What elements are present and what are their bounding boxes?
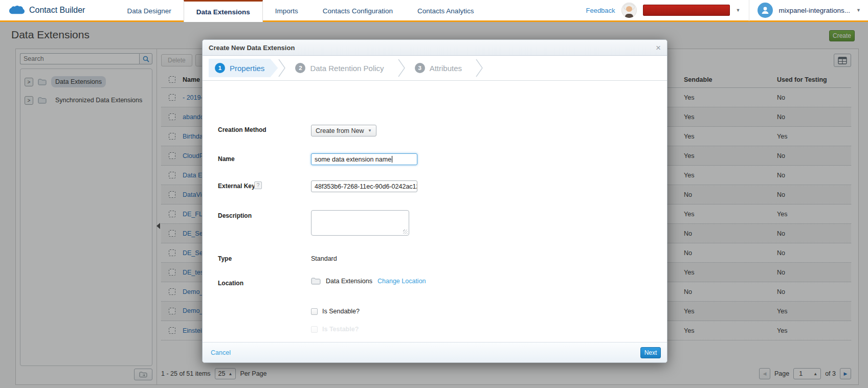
step-label: Attributes xyxy=(430,64,462,73)
step-label: Properties xyxy=(230,64,264,73)
external-key-input[interactable]: 48f353b6-7268-11ec-90d6-0242ac1200 xyxy=(311,180,417,192)
type-value: Standard xyxy=(311,255,337,262)
nav-tabs: Data Designer Data Extensions Imports Co… xyxy=(115,0,486,20)
chevron-down-icon[interactable]: ▼ xyxy=(736,8,741,13)
tab-data-designer[interactable]: Data Designer xyxy=(115,0,183,20)
creation-method-dropdown[interactable]: Create from New ▼ xyxy=(311,125,376,136)
location-value: Data Extensions xyxy=(326,278,372,285)
is-sendable-checkbox[interactable] xyxy=(311,308,318,315)
name-input[interactable]: some data extension name xyxy=(311,153,417,165)
description-label: Description xyxy=(218,212,252,219)
close-icon[interactable]: × xyxy=(656,43,661,52)
step-attributes[interactable]: 3 Attributes xyxy=(409,59,475,77)
is-sendable-label: Is Sendable? xyxy=(322,308,360,315)
step-number-badge: 1 xyxy=(215,63,225,73)
cancel-link[interactable]: Cancel xyxy=(211,349,231,356)
account-name: mixpanel-integrations... xyxy=(779,7,851,14)
description-textarea[interactable] xyxy=(311,210,409,236)
user-avatar-icon xyxy=(758,3,773,18)
text-cursor xyxy=(392,156,392,163)
step-chevron-icon xyxy=(278,59,286,77)
step-chevron-icon xyxy=(397,59,406,77)
nav-divider xyxy=(749,0,749,21)
type-label: Type xyxy=(218,255,232,262)
step-number-badge: 3 xyxy=(415,63,425,73)
location-label: Location xyxy=(218,280,243,287)
salesforce-cloud-icon xyxy=(8,5,25,16)
creation-method-label: Creation Method xyxy=(218,126,266,133)
wizard-steps: 1 Properties 2 Data Retention Policy 3 A… xyxy=(203,56,667,81)
dropdown-caret-icon: ▼ xyxy=(368,128,372,133)
einstein-avatar-icon xyxy=(621,3,637,18)
resize-grip-icon[interactable] xyxy=(403,230,408,234)
create-data-extension-modal: Create New Data Extension × 1 Properties… xyxy=(202,39,667,363)
step-properties[interactable]: 1 Properties xyxy=(209,59,278,77)
app-title: Contact Builder xyxy=(29,6,85,15)
tab-imports[interactable]: Imports xyxy=(263,0,310,20)
name-label: Name xyxy=(218,155,235,163)
step-number-badge: 2 xyxy=(295,63,305,73)
redacted-banner xyxy=(643,5,730,16)
step-label: Data Retention Policy xyxy=(310,64,384,73)
change-location-link[interactable]: Change Location xyxy=(377,278,426,285)
feedback-link[interactable]: Feedback xyxy=(586,7,615,14)
external-key-value: 48f353b6-7268-11ec-90d6-0242ac1200 xyxy=(315,183,417,190)
creation-method-value: Create from New xyxy=(316,127,364,134)
external-key-label: External Key xyxy=(218,182,255,190)
step-data-retention-policy[interactable]: 2 Data Retention Policy xyxy=(289,59,397,77)
folder-icon xyxy=(311,278,321,285)
modal-footer: Cancel Next xyxy=(203,342,667,362)
brand: Contact Builder xyxy=(0,0,94,20)
name-input-value: some data extension name xyxy=(315,156,391,163)
modal-header: Create New Data Extension × xyxy=(203,40,667,56)
step-chevron-icon xyxy=(475,59,483,77)
modal-title: Create New Data Extension xyxy=(209,44,295,52)
modal-body: Creation Method Create from New ▼ Name s… xyxy=(203,81,667,342)
tab-contacts-analytics[interactable]: Contacts Analytics xyxy=(405,0,486,20)
top-nav: Contact Builder Data Designer Data Exten… xyxy=(0,0,868,22)
account-chevron-down-icon[interactable]: ▼ xyxy=(856,8,861,13)
tab-data-extensions[interactable]: Data Extensions xyxy=(184,0,263,22)
tab-contacts-configuration[interactable]: Contacts Configuration xyxy=(310,0,405,20)
help-icon[interactable]: ? xyxy=(254,181,262,189)
is-testable-label: Is Testable? xyxy=(322,326,359,333)
next-button[interactable]: Next xyxy=(640,347,661,358)
is-testable-checkbox xyxy=(311,326,318,333)
nav-right: Feedback ▼ mixpanel-integrations... ▼ xyxy=(586,0,868,20)
